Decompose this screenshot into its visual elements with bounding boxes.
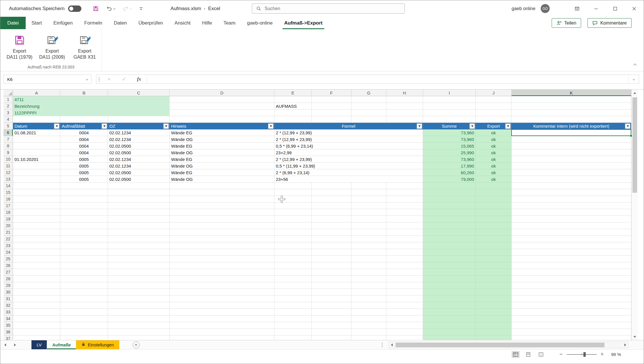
row-header-17[interactable]: 17	[3, 203, 13, 209]
row-header-1[interactable]: 1	[3, 96, 13, 103]
row-header-9[interactable]: 9	[3, 149, 13, 156]
cell-K19[interactable]	[512, 216, 631, 222]
sheet-tab-einstellungen[interactable]: Einstellungen	[76, 340, 119, 349]
cell-D26[interactable]	[170, 262, 274, 269]
horizontal-scroll-thumb[interactable]	[396, 343, 604, 347]
cell-A25[interactable]	[13, 256, 60, 262]
cell-K12[interactable]	[512, 169, 631, 176]
cell-J16[interactable]	[476, 196, 512, 203]
ribbon-tab-einfuegen[interactable]: Einfügen	[48, 17, 78, 29]
cell-H29[interactable]	[386, 282, 423, 289]
cell-D24[interactable]	[170, 249, 274, 256]
cell-E16[interactable]	[274, 196, 312, 203]
cell-E10[interactable]: 2 * (12,99 + 23,99)	[274, 156, 423, 163]
cell-B25[interactable]	[60, 256, 108, 262]
cell-K33[interactable]	[512, 309, 631, 315]
ribbon-tab-ueberpruefen[interactable]: Überprüfen	[133, 17, 169, 29]
cell-I13[interactable]: 79,000	[423, 176, 476, 183]
cell-F20[interactable]	[312, 222, 351, 229]
vertical-scroll-thumb[interactable]	[632, 97, 637, 193]
cell-H4[interactable]	[386, 116, 423, 123]
cell-D37[interactable]	[170, 335, 274, 340]
cell-D30[interactable]	[170, 289, 274, 296]
cell-G15[interactable]	[351, 189, 386, 196]
row-header-36[interactable]: 36	[3, 329, 13, 335]
cell-F26[interactable]	[312, 262, 351, 269]
cell-J5[interactable]: Export	[476, 123, 512, 129]
cell-D4[interactable]	[170, 116, 274, 123]
cell-B13[interactable]: 0005	[60, 176, 108, 183]
cell-J20[interactable]	[476, 222, 512, 229]
ribbon-tab-hilfe[interactable]: Hilfe	[196, 17, 218, 29]
cell-B14[interactable]	[60, 183, 108, 189]
cell-F15[interactable]	[312, 189, 351, 196]
customize-qat-button[interactable]	[139, 6, 143, 11]
cell-E27[interactable]	[274, 269, 312, 276]
row-header-10[interactable]: 10	[3, 156, 13, 163]
scroll-down-icon[interactable]	[632, 333, 638, 340]
cell-F2[interactable]	[312, 103, 351, 109]
sheet-nav-left-icon[interactable]	[0, 340, 10, 349]
cell-I22[interactable]	[423, 236, 476, 242]
cell-E33[interactable]	[274, 309, 312, 315]
cell-A17[interactable]	[13, 203, 60, 209]
row-header-26[interactable]: 26	[3, 262, 13, 269]
cell-F3[interactable]	[312, 109, 351, 116]
cell-H34[interactable]	[386, 315, 423, 322]
cell-F19[interactable]	[312, 216, 351, 222]
zoom-slider[interactable]	[567, 354, 597, 355]
cell-H14[interactable]	[386, 183, 423, 189]
cell-I19[interactable]	[423, 216, 476, 222]
cell-K1[interactable]	[512, 96, 631, 103]
cell-K17[interactable]	[512, 203, 631, 209]
row-header-13[interactable]: 13	[3, 176, 13, 183]
cell-J12[interactable]: ok	[476, 169, 512, 176]
cell-J17[interactable]	[476, 203, 512, 209]
cell-C25[interactable]	[108, 256, 170, 262]
cell-C28[interactable]	[108, 276, 170, 282]
cell-B34[interactable]	[60, 315, 108, 322]
cell-H1[interactable]	[386, 96, 423, 103]
cell-K27[interactable]	[512, 269, 631, 276]
cell-G24[interactable]	[351, 249, 386, 256]
row-header-4[interactable]: 4	[3, 116, 13, 123]
row-header-25[interactable]: 25	[3, 256, 13, 262]
cell-B3[interactable]	[60, 109, 108, 116]
cell-B36[interactable]	[60, 329, 108, 335]
undo-dropdown-icon[interactable]	[113, 8, 115, 10]
cell-K11[interactable]	[512, 163, 631, 169]
filter-dropdown[interactable]	[102, 123, 107, 129]
cell-D20[interactable]	[170, 222, 274, 229]
cell-E20[interactable]	[274, 222, 312, 229]
cell-H33[interactable]	[386, 309, 423, 315]
cell-J28[interactable]	[476, 276, 512, 282]
cell-G30[interactable]	[351, 289, 386, 296]
cell-K37[interactable]	[512, 335, 631, 340]
cell-B6[interactable]: 0004	[60, 129, 108, 136]
cell-D32[interactable]	[170, 302, 274, 309]
cell-C1[interactable]	[108, 96, 170, 103]
cell-K10[interactable]	[512, 156, 631, 163]
ribbon-display-options-button[interactable]	[568, 0, 587, 17]
cell-F32[interactable]	[312, 302, 351, 309]
cell-B12[interactable]: 0005	[60, 169, 108, 176]
cell-C6[interactable]: 02.02.1234	[108, 129, 170, 136]
cell-K15[interactable]	[512, 189, 631, 196]
cell-H35[interactable]	[386, 322, 423, 329]
cell-E7[interactable]: 2 * (12,99 + 23,99)	[274, 136, 423, 143]
row-header-18[interactable]: 18	[3, 209, 13, 216]
cell-B19[interactable]	[60, 216, 108, 222]
cell-H32[interactable]	[386, 302, 423, 309]
cell-A35[interactable]	[13, 322, 60, 329]
cell-D13[interactable]: Wände OG	[170, 176, 274, 183]
cell-E2[interactable]: AUFMASS	[274, 103, 312, 109]
cell-F25[interactable]	[312, 256, 351, 262]
cell-E32[interactable]	[274, 302, 312, 309]
row-header-21[interactable]: 21	[3, 229, 13, 236]
cell-B28[interactable]	[60, 276, 108, 282]
cell-K4[interactable]	[512, 116, 631, 123]
cell-I33[interactable]	[423, 309, 476, 315]
cell-K16[interactable]	[512, 196, 631, 203]
export-button-da11-1979[interactable]: ExportDA11 (1979)	[3, 31, 36, 60]
cell-H18[interactable]	[386, 209, 423, 216]
